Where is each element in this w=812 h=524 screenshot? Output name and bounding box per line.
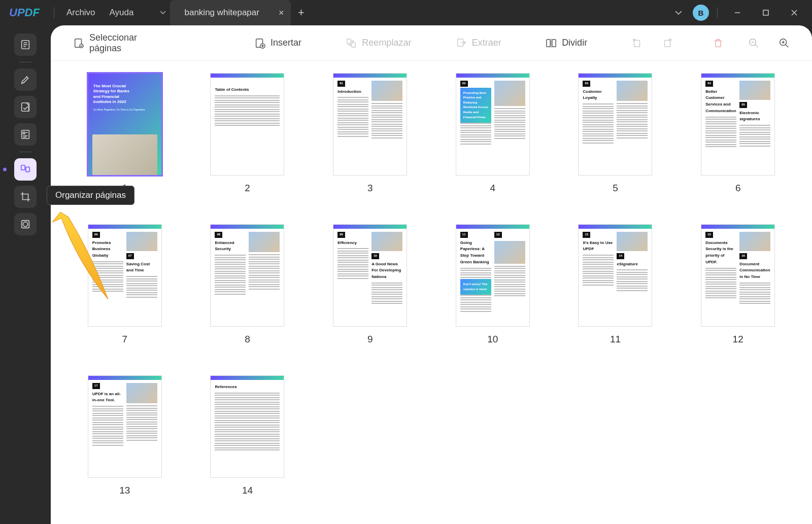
split-button[interactable]: Dividir (538, 33, 594, 53)
reader-icon[interactable] (14, 33, 37, 56)
page-heading: Customer Loyalty (583, 89, 614, 102)
titlebar: UPDF Archivo Ayuda banking whitepapar × … (0, 0, 812, 25)
page-number-label: 11 (610, 334, 621, 345)
minimize-icon[interactable] (726, 3, 749, 23)
stamp-icon[interactable] (14, 213, 37, 235)
page-number-label: 8 (245, 334, 250, 345)
svg-rect-1 (763, 10, 768, 15)
chevron-down-icon[interactable] (669, 8, 688, 18)
page-thumbnail[interactable]: 02 Promoting Best Practice and Reducing … (449, 73, 536, 194)
svg-line-34 (786, 44, 789, 47)
zoom-in-icon[interactable] (771, 33, 797, 53)
page-heading: Better Customer Services and Communicati… (705, 89, 736, 115)
image-placeholder (371, 81, 402, 101)
replace-label: Reemplazar (362, 38, 411, 48)
divider (19, 62, 31, 62)
page-preview[interactable]: 15 Documents Security is the priority of… (701, 224, 775, 327)
page-thumbnail[interactable]: 01 Introduction 3 (326, 73, 414, 194)
separator (717, 7, 718, 18)
page-number-label: 12 (733, 334, 743, 345)
document-tab[interactable]: banking whitepapar × (170, 0, 291, 25)
svg-rect-23 (352, 43, 355, 47)
toolbar: Seleccionar páginas Insertar Reemplazar … (51, 25, 812, 61)
svg-rect-29 (665, 40, 670, 47)
page-number-label: 10 (487, 334, 498, 345)
organize-pages-icon[interactable] (14, 158, 37, 181)
svg-rect-22 (347, 39, 351, 43)
page-number-label: 7 (122, 334, 128, 345)
tab-dropdown-icon[interactable] (156, 0, 170, 25)
svg-rect-8 (23, 132, 25, 134)
page-heading: Document Communication in No Time (739, 261, 770, 281)
page-thumbnail[interactable]: 15 Documents Security is the priority of… (694, 224, 782, 345)
page-title: The Most Crucial Strategy for Banks and … (93, 84, 136, 105)
image-placeholder (494, 241, 525, 264)
page-thumbnail[interactable]: 04 Better Customer Services and Communic… (694, 73, 782, 194)
page-number-label: 14 (242, 485, 253, 496)
page-thumbnail[interactable]: 17 UPDF is an all-in-one Tool. 13 (81, 375, 168, 496)
select-pages-label: Seleccionar páginas (89, 32, 170, 54)
page-preview[interactable]: References (210, 375, 284, 478)
insert-label: Insertar (270, 38, 301, 48)
add-tab-button[interactable]: + (291, 3, 311, 23)
delete-icon[interactable] (705, 33, 731, 53)
page-preview[interactable]: 17 UPDF is an all-in-one Tool. (88, 375, 162, 478)
separator (54, 7, 54, 18)
extract-button[interactable]: Extraer (449, 33, 509, 53)
page-thumbnail[interactable]: References 14 (204, 375, 291, 496)
page-preview[interactable]: 04 Better Customer Services and Communic… (701, 73, 775, 176)
page-thumbnail[interactable]: The Most Crucial Strategy for Banks and … (81, 73, 168, 194)
menu-help[interactable]: Ayuda (103, 8, 141, 18)
page-number-label: 13 (119, 485, 130, 496)
image-placeholder (126, 232, 157, 251)
zoom-out-icon[interactable] (741, 33, 766, 53)
page-thumbnail[interactable]: 13 It's Easy to Use UPDF 14 eSignature 1… (572, 224, 659, 345)
page-thumbnail[interactable]: Table of Contents 2 (204, 73, 291, 194)
page-preview[interactable]: Table of Contents (210, 73, 284, 176)
page-preview[interactable]: 11 Going Paperless: A Step Toward Green … (456, 224, 530, 327)
image-placeholder (617, 232, 648, 251)
image-placeholder (126, 383, 157, 403)
page-thumbnail[interactable]: 11 Going Paperless: A Step Toward Green … (449, 224, 536, 345)
image-placeholder (739, 232, 770, 251)
page-preview[interactable]: 03 Customer Loyalty (578, 73, 652, 176)
page-heading: Promoting Best Practice and Reducing Wor… (460, 88, 491, 123)
page-number-label: 4 (490, 183, 496, 194)
svg-rect-13 (26, 167, 29, 171)
maximize-icon[interactable] (754, 3, 777, 23)
page-heading: Table of Contents (215, 87, 280, 93)
edit-pdf-icon[interactable] (14, 123, 37, 146)
page-preview[interactable]: 13 It's Easy to Use UPDF 14 eSignature (578, 224, 652, 327)
page-preview[interactable]: 09 Efficiency 10 A Good News For Develop… (333, 224, 407, 327)
svg-rect-25 (547, 39, 550, 47)
insert-button[interactable]: Insertar (247, 33, 309, 53)
page-heading: Electronic signatures (739, 110, 770, 123)
page-thumbnail[interactable]: 03 Customer Loyalty 5 (572, 73, 659, 194)
menu-file[interactable]: Archivo (59, 8, 103, 18)
page-preview[interactable]: 01 Introduction (333, 73, 407, 176)
rotate-cw-icon[interactable] (655, 33, 680, 53)
active-indicator (3, 168, 7, 171)
crop-icon[interactable] (14, 186, 37, 208)
avatar[interactable]: B (693, 5, 709, 21)
select-pages-button[interactable]: Seleccionar páginas (66, 28, 177, 58)
rotate-ccw-icon[interactable] (624, 33, 650, 53)
image-placeholder (371, 232, 402, 251)
annotate-icon[interactable] (14, 96, 37, 118)
close-window-icon[interactable] (783, 3, 806, 23)
page-number-label: 5 (613, 183, 618, 194)
page-heading: References (215, 384, 280, 391)
callout-arrow-icon (48, 203, 124, 304)
close-icon[interactable]: × (279, 8, 284, 18)
page-preview[interactable]: 08 Enhanced Security (210, 224, 284, 327)
highlight-icon[interactable] (14, 68, 37, 91)
page-preview[interactable]: The Most Crucial Strategy for Banks and … (88, 73, 162, 176)
page-preview[interactable]: 02 Promoting Best Practice and Reducing … (456, 73, 530, 176)
page-thumbnail[interactable]: 09 Efficiency 10 A Good News For Develop… (326, 224, 414, 345)
tooltip: Organizar páginas (47, 186, 134, 205)
divider (19, 152, 31, 152)
page-thumbnail[interactable]: 08 Enhanced Security 8 (204, 224, 291, 345)
page-thumbnails-grid: The Most Crucial Strategy for Banks and … (81, 73, 782, 496)
page-heading: UPDF is an all-in-one Tool. (92, 391, 123, 404)
replace-button[interactable]: Reemplazar (339, 33, 418, 53)
